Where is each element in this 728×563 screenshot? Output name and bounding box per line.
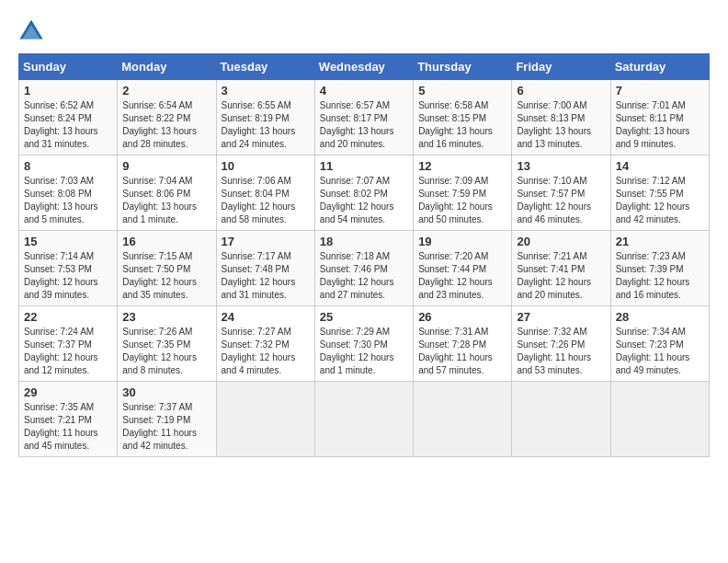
page-header [18, 18, 710, 44]
calendar-cell: 8Sunrise: 7:03 AM Sunset: 8:08 PM Daylig… [19, 155, 118, 231]
day-number: 12 [418, 159, 506, 173]
logo-icon [18, 18, 44, 44]
calendar-cell: 12Sunrise: 7:09 AM Sunset: 7:59 PM Dayli… [414, 155, 512, 231]
calendar-cell: 2Sunrise: 6:54 AM Sunset: 8:22 PM Daylig… [118, 80, 216, 155]
header-sunday: Sunday [19, 54, 118, 80]
day-number: 13 [517, 159, 605, 173]
day-number: 18 [320, 235, 408, 248]
calendar-cell: 7Sunrise: 7:01 AM Sunset: 8:11 PM Daylig… [610, 80, 709, 155]
day-number: 4 [320, 84, 408, 98]
day-number: 11 [320, 159, 408, 173]
day-info: Sunrise: 7:09 AM Sunset: 7:59 PM Dayligh… [418, 175, 506, 226]
day-info: Sunrise: 6:54 AM Sunset: 8:22 PM Dayligh… [122, 99, 210, 151]
day-info: Sunrise: 7:10 AM Sunset: 7:57 PM Dayligh… [517, 175, 605, 226]
calendar-week-2: 8Sunrise: 7:03 AM Sunset: 8:08 PM Daylig… [19, 155, 710, 231]
day-info: Sunrise: 7:35 AM Sunset: 7:21 PM Dayligh… [24, 401, 112, 453]
day-number: 3 [222, 84, 310, 98]
calendar-cell: 15Sunrise: 7:14 AM Sunset: 7:53 PM Dayli… [19, 231, 118, 306]
calendar-cell [610, 382, 709, 457]
day-number: 2 [122, 84, 210, 98]
calendar-table: SundayMondayTuesdayWednesdayThursdayFrid… [18, 53, 710, 457]
day-info: Sunrise: 7:15 AM Sunset: 7:50 PM Dayligh… [122, 250, 210, 302]
calendar-cell [314, 382, 413, 457]
calendar-cell: 13Sunrise: 7:10 AM Sunset: 7:57 PM Dayli… [512, 155, 610, 231]
day-number: 24 [222, 310, 310, 324]
day-info: Sunrise: 7:37 AM Sunset: 7:19 PM Dayligh… [122, 401, 210, 453]
calendar-cell: 30Sunrise: 7:37 AM Sunset: 7:19 PM Dayli… [118, 382, 216, 457]
calendar-cell: 4Sunrise: 6:57 AM Sunset: 8:17 PM Daylig… [314, 80, 413, 155]
header-monday: Monday [118, 54, 216, 80]
day-number: 7 [616, 84, 704, 98]
calendar-cell: 26Sunrise: 7:31 AM Sunset: 7:28 PM Dayli… [414, 306, 512, 382]
day-info: Sunrise: 7:12 AM Sunset: 7:55 PM Dayligh… [616, 175, 704, 226]
calendar-week-1: 1Sunrise: 6:52 AM Sunset: 8:24 PM Daylig… [19, 80, 710, 155]
header-tuesday: Tuesday [216, 54, 314, 80]
calendar-cell: 24Sunrise: 7:27 AM Sunset: 7:32 PM Dayli… [216, 306, 314, 382]
calendar-cell: 11Sunrise: 7:07 AM Sunset: 8:02 PM Dayli… [314, 155, 413, 231]
day-number: 28 [616, 310, 704, 324]
day-number: 1 [24, 84, 112, 98]
day-info: Sunrise: 7:17 AM Sunset: 7:48 PM Dayligh… [222, 250, 310, 302]
day-number: 20 [517, 235, 605, 248]
day-info: Sunrise: 7:18 AM Sunset: 7:46 PM Dayligh… [320, 250, 408, 302]
calendar-cell: 25Sunrise: 7:29 AM Sunset: 7:30 PM Dayli… [314, 306, 413, 382]
calendar-week-5: 29Sunrise: 7:35 AM Sunset: 7:21 PM Dayli… [19, 382, 710, 457]
day-info: Sunrise: 7:24 AM Sunset: 7:37 PM Dayligh… [24, 326, 112, 377]
day-number: 27 [517, 310, 605, 324]
calendar-cell: 19Sunrise: 7:20 AM Sunset: 7:44 PM Dayli… [414, 231, 512, 306]
day-number: 25 [320, 310, 408, 324]
calendar-cell: 23Sunrise: 7:26 AM Sunset: 7:35 PM Dayli… [118, 306, 216, 382]
day-info: Sunrise: 6:57 AM Sunset: 8:17 PM Dayligh… [320, 99, 408, 151]
day-info: Sunrise: 7:23 AM Sunset: 7:39 PM Dayligh… [616, 250, 704, 302]
calendar-cell: 9Sunrise: 7:04 AM Sunset: 8:06 PM Daylig… [118, 155, 216, 231]
calendar-cell: 10Sunrise: 7:06 AM Sunset: 8:04 PM Dayli… [216, 155, 314, 231]
day-info: Sunrise: 7:01 AM Sunset: 8:11 PM Dayligh… [616, 99, 704, 151]
day-info: Sunrise: 6:52 AM Sunset: 8:24 PM Dayligh… [24, 99, 112, 151]
day-info: Sunrise: 7:29 AM Sunset: 7:30 PM Dayligh… [320, 326, 408, 377]
day-number: 29 [24, 385, 112, 399]
day-info: Sunrise: 7:21 AM Sunset: 7:41 PM Dayligh… [517, 250, 605, 302]
day-info: Sunrise: 7:32 AM Sunset: 7:26 PM Dayligh… [517, 326, 605, 377]
calendar-cell: 3Sunrise: 6:55 AM Sunset: 8:19 PM Daylig… [216, 80, 314, 155]
calendar-week-3: 15Sunrise: 7:14 AM Sunset: 7:53 PM Dayli… [19, 231, 710, 306]
day-number: 26 [418, 310, 506, 324]
day-number: 16 [122, 235, 210, 248]
day-number: 5 [418, 84, 506, 98]
day-info: Sunrise: 7:20 AM Sunset: 7:44 PM Dayligh… [418, 250, 506, 302]
day-info: Sunrise: 7:07 AM Sunset: 8:02 PM Dayligh… [320, 175, 408, 226]
calendar-week-4: 22Sunrise: 7:24 AM Sunset: 7:37 PM Dayli… [19, 306, 710, 382]
day-info: Sunrise: 7:27 AM Sunset: 7:32 PM Dayligh… [222, 326, 310, 377]
calendar-cell: 5Sunrise: 6:58 AM Sunset: 8:15 PM Daylig… [414, 80, 512, 155]
calendar-cell: 28Sunrise: 7:34 AM Sunset: 7:23 PM Dayli… [610, 306, 709, 382]
day-number: 9 [122, 159, 210, 173]
day-number: 6 [517, 84, 605, 98]
calendar-cell: 27Sunrise: 7:32 AM Sunset: 7:26 PM Dayli… [512, 306, 610, 382]
calendar-cell: 29Sunrise: 7:35 AM Sunset: 7:21 PM Dayli… [19, 382, 118, 457]
header-saturday: Saturday [610, 54, 709, 80]
day-number: 21 [616, 235, 704, 248]
day-info: Sunrise: 7:04 AM Sunset: 8:06 PM Dayligh… [122, 175, 210, 226]
calendar-cell: 17Sunrise: 7:17 AM Sunset: 7:48 PM Dayli… [216, 231, 314, 306]
day-info: Sunrise: 7:06 AM Sunset: 8:04 PM Dayligh… [222, 175, 310, 226]
day-number: 30 [122, 385, 210, 399]
day-info: Sunrise: 7:26 AM Sunset: 7:35 PM Dayligh… [122, 326, 210, 377]
day-info: Sunrise: 6:55 AM Sunset: 8:19 PM Dayligh… [222, 99, 310, 151]
day-info: Sunrise: 7:00 AM Sunset: 8:13 PM Dayligh… [517, 99, 605, 151]
calendar-cell: 14Sunrise: 7:12 AM Sunset: 7:55 PM Dayli… [610, 155, 709, 231]
header-friday: Friday [512, 54, 610, 80]
header-wednesday: Wednesday [314, 54, 413, 80]
calendar-cell [414, 382, 512, 457]
calendar-cell: 6Sunrise: 7:00 AM Sunset: 8:13 PM Daylig… [512, 80, 610, 155]
calendar-cell [512, 382, 610, 457]
day-number: 10 [222, 159, 310, 173]
logo [18, 18, 48, 44]
calendar-cell [216, 382, 314, 457]
day-info: Sunrise: 7:31 AM Sunset: 7:28 PM Dayligh… [418, 326, 506, 377]
header-thursday: Thursday [414, 54, 512, 80]
day-info: Sunrise: 7:34 AM Sunset: 7:23 PM Dayligh… [616, 326, 704, 377]
day-number: 8 [24, 159, 112, 173]
day-number: 19 [418, 235, 506, 248]
calendar-cell: 20Sunrise: 7:21 AM Sunset: 7:41 PM Dayli… [512, 231, 610, 306]
day-number: 17 [222, 235, 310, 248]
day-number: 14 [616, 159, 704, 173]
